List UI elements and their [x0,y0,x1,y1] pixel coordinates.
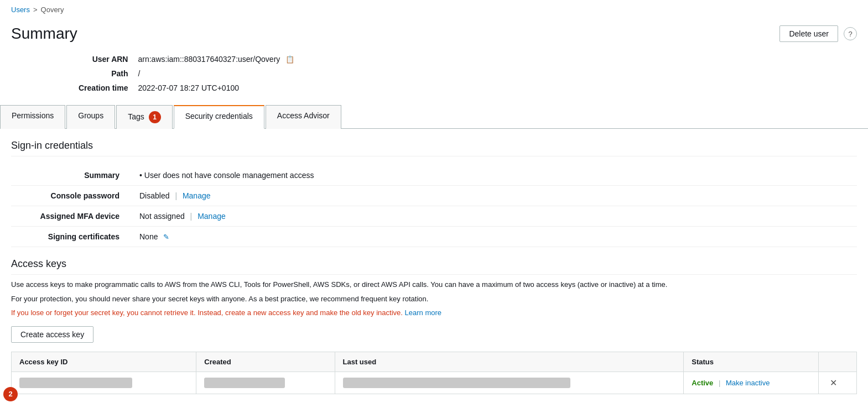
learn-more-link[interactable]: Learn more [405,308,441,317]
creation-time-label: Creation time [79,81,137,95]
console-password-manage-link[interactable]: Manage [183,191,211,200]
console-password-row: Console password Disabled | Manage [11,186,857,206]
breadcrumb-separator: > [33,6,38,14]
console-password-separator: | [175,191,177,200]
copy-arn-icon[interactable]: 📋 [285,55,294,64]
breadcrumb-current: Qovery [41,6,64,14]
breadcrumb: Users > Qovery [0,0,868,19]
delete-user-button[interactable]: Delete user [779,25,838,42]
tab-groups[interactable]: Groups [66,105,115,129]
arn-label: User ARN [79,53,137,66]
signin-section-title: Sign-in credentials [11,140,857,156]
table-row: AKIA•••••••••••• •••••••••• ••••••••••••… [12,372,857,394]
summary-row: Summary • User does not have console man… [11,165,857,186]
key-last-used-cell: •••••••••••••••••••• [335,372,684,394]
key-id-cell: AKIA•••••••••••• [12,372,196,394]
create-access-key-button[interactable]: Create access key [11,326,93,343]
user-arn-row: User ARN arn:aws:iam::880317640327:user/… [79,53,301,66]
key-delete-cell: ✕ [819,372,857,394]
user-info: User ARN arn:aws:iam::880317640327:user/… [0,51,868,104]
col-header-created: Created [196,352,335,372]
tab-tags[interactable]: Tags 1 [116,105,172,129]
user-info-table: User ARN arn:aws:iam::880317640327:user/… [77,51,302,96]
signing-edit-icon[interactable]: ✎ [163,233,169,241]
col-header-actions [819,352,857,372]
path-value: / [138,67,301,80]
delete-key-icon[interactable]: ✕ [830,378,837,388]
signing-certs-row: Signing certificates None ✎ [11,227,857,247]
section-access-keys: Access keys Use access keys to make prog… [11,258,857,394]
access-keys-table-header: Access key ID Created Last used Status [12,352,857,372]
arn-value: arn:aws:iam::880317640327:user/Qovery 📋 [138,53,301,66]
section-signin: Sign-in credentials Summary • User does … [11,140,857,247]
user-creation-row: Creation time 2022-07-07 18:27 UTC+0100 [79,81,301,95]
page-title: Summary [11,25,77,43]
tab-permissions[interactable]: Permissions [0,105,65,129]
key-status-cell: Active | Make inactive [684,372,819,394]
key-id-blurred: AKIA•••••••••••• [19,378,132,388]
page-header: Summary Delete user ? [0,19,868,51]
tab-content-security-credentials: Sign-in credentials Summary • User does … [0,129,868,405]
status-active-label: Active [692,379,713,387]
make-inactive-link[interactable]: Make inactive [726,379,770,387]
col-header-id: Access key ID [12,352,196,372]
table-header-row: Access key ID Created Last used Status [12,352,857,372]
mfa-value: Not assigned | Manage [133,206,857,227]
tabs: Permissions Groups Tags 1 Security crede… [0,104,868,129]
summary-label: Summary [11,165,133,186]
signing-certs-value: None ✎ [133,227,857,247]
key-created-blurred: •••••••••• [204,378,285,388]
console-password-label: Console password [11,186,133,206]
key-last-used-blurred: •••••••••••••••••••• [343,378,570,388]
path-label: Path [79,67,137,80]
key-created-cell: •••••••••• [196,372,335,394]
signing-certs-label: Signing certificates [11,227,133,247]
row-2-badge: 2 [3,387,18,401]
access-keys-info1: Use access keys to make programmatic cal… [11,279,857,290]
creation-time-value: 2022-07-07 18:27 UTC+0100 [138,81,301,95]
breadcrumb-users-link[interactable]: Users [11,6,30,14]
access-keys-title: Access keys [11,258,857,275]
header-actions: Delete user ? [779,25,857,42]
user-path-row: Path / [79,67,301,80]
console-password-value: Disabled | Manage [133,186,857,206]
tags-badge: 1 [149,111,161,123]
tab-access-advisor[interactable]: Access Advisor [266,105,341,129]
status-separator: | [719,379,720,387]
access-keys-table-body: AKIA•••••••••••• •••••••••• ••••••••••••… [12,372,857,394]
access-keys-info2: For your protection, you should never sh… [11,294,857,305]
mfa-row: Assigned MFA device Not assigned | Manag… [11,206,857,227]
col-header-status: Status [684,352,819,372]
access-keys-table-wrapper: 2 Access key ID Created Last used Status [11,352,857,394]
tab-security-credentials[interactable]: Security credentials [174,105,264,129]
mfa-manage-link[interactable]: Manage [197,212,226,221]
col-header-last-used: Last used [335,352,684,372]
summary-value: • User does not have console management … [133,165,857,186]
access-keys-warning: If you lose or forget your secret key, y… [11,307,857,318]
mfa-label: Assigned MFA device [11,206,133,227]
credentials-table: Summary • User does not have console man… [11,165,857,247]
mfa-separator: | [190,212,193,221]
help-icon[interactable]: ? [844,27,857,40]
access-keys-table: Access key ID Created Last used Status A… [11,352,857,394]
